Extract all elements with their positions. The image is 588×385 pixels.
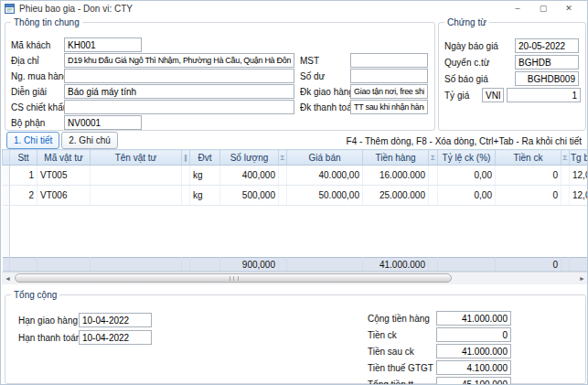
cell-tg-bao-hanh[interactable]: 12,00: [570, 166, 588, 186]
minimize-button[interactable]: –: [505, 1, 530, 16]
scroll-left-arrow-icon[interactable]: ◄: [2, 273, 14, 284]
ty-gia-input[interactable]: [507, 88, 581, 102]
bo-phan-input[interactable]: [64, 115, 142, 130]
han-giao-hang-input[interactable]: [79, 313, 152, 327]
window-title: Phieu bao gia - Don vi: CTY: [19, 4, 133, 14]
cs-chiet-khau-label: CS chiết khấu: [11, 102, 64, 112]
col-stt: Stt: [10, 150, 37, 166]
col-tien-ck: Tiền ck: [496, 150, 561, 166]
cell-tg-bao-hanh[interactable]: 12,00: [570, 186, 588, 206]
cell-ma-vat-tu[interactable]: VT005: [37, 166, 91, 186]
cell-ty-le-ck[interactable]: 0,00: [438, 186, 496, 206]
ma-khach-input[interactable]: [64, 37, 142, 52]
detail-tabs: 1. Chi tiết 2. Ghi chú: [6, 132, 118, 149]
general-info-legend: Thông tin chung: [11, 17, 82, 27]
total-tien-hang: 41.000.000: [363, 258, 429, 272]
cell-so-luong[interactable]: 400,000: [220, 166, 279, 186]
cell-tien-hang[interactable]: 16.000.000: [363, 166, 429, 186]
so-du-label: Số dư: [300, 71, 350, 81]
sigma-sum-icon: Σ: [279, 150, 287, 166]
cell-so-luong[interactable]: 500,000: [220, 186, 279, 206]
tab-chi-tiet[interactable]: 1. Chi tiết: [6, 132, 59, 149]
dien-giai-input[interactable]: [64, 84, 294, 99]
row-indicator[interactable]: [3, 166, 10, 186]
row-indicator-header: [3, 150, 10, 166]
han-thanh-toan-label: Hạn thanh toán: [18, 333, 79, 343]
tien-thue-gtgt-input[interactable]: [436, 360, 511, 375]
maximize-button[interactable]: ▢: [530, 1, 556, 16]
document-group: Chứng từ Ngày báo giá Quyển c.từ Số báo …: [438, 17, 586, 131]
ng-mua-hang-input[interactable]: [64, 69, 294, 83]
col-ten-vat-tu: Tên vật tư: [91, 150, 182, 166]
tien-ck-input[interactable]: [436, 327, 511, 342]
scrollbar-grip-icon: [230, 276, 239, 281]
cong-tien-hang-input[interactable]: [436, 311, 511, 326]
mst-input[interactable]: [350, 53, 428, 68]
so-bao-gia-input[interactable]: [515, 71, 579, 86]
grid-horizontal-scrollbar[interactable]: ◄ ►: [2, 272, 588, 284]
dia-chi-label: Địa chỉ: [11, 56, 64, 66]
grid-row-2: 2 VT006 kg 500,000 50.000,00 25.000.000 …: [3, 186, 588, 206]
cell-ma-vat-tu[interactable]: VT006: [37, 186, 91, 206]
cell-tien-hang[interactable]: 25.000.000: [363, 186, 429, 206]
tien-thue-gtgt-label: Tiền thuế GTGT: [368, 363, 436, 373]
han-giao-hang-label: Hạn giao hàng: [18, 315, 79, 326]
mst-label: MST: [300, 56, 350, 66]
col-tien-hang: Tiền hàng: [363, 150, 429, 166]
grid-totals-row: 900,000 41.000.000 0: [3, 258, 588, 272]
cong-tien-hang-label: Cộng tiền hàng: [368, 314, 436, 324]
grid-shortcut-hint: F4 - Thêm dòng, F8 - Xóa dòng, Ctrl+Tab …: [347, 136, 582, 146]
scrollbar-thumb[interactable]: [15, 273, 452, 283]
tien-sau-ck-label: Tiền sau ck: [368, 347, 436, 357]
title-bar: Phieu bao gia - Don vi: CTY – ▢ ✕: [1, 1, 587, 16]
cell-ty-le-ck[interactable]: 0,00: [438, 166, 496, 186]
scroll-right-arrow-icon[interactable]: ►: [576, 273, 588, 284]
general-info-group: Thông tin chung Mã khách Địa chỉ MST Ng.…: [5, 17, 435, 131]
tien-sau-ck-input[interactable]: [436, 344, 511, 358]
close-button[interactable]: ✕: [556, 1, 582, 16]
dk-giao-hang-input[interactable]: [350, 84, 428, 99]
detail-grid: Stt Mã vật tư Tên vật tư ∥ Đvt Số lượng …: [2, 149, 588, 272]
cs-chiet-khau-input[interactable]: [64, 100, 294, 114]
dk-giao-hang-label: Đk giao hàng: [300, 87, 350, 97]
row-indicator[interactable]: [3, 186, 10, 206]
quyen-ctu-input[interactable]: [515, 55, 579, 70]
grid-empty-area: [3, 206, 588, 258]
tab-ghi-chu[interactable]: 2. Ghi chú: [61, 132, 118, 149]
bo-phan-label: Bộ phận: [11, 118, 64, 128]
cell-stt[interactable]: 1: [10, 166, 37, 186]
cell-tien-ck[interactable]: 0: [496, 186, 561, 206]
currency-input[interactable]: [482, 88, 504, 102]
col-ma-vat-tu: Mã vật tư: [37, 150, 91, 166]
total-so-luong: 900,000: [220, 258, 279, 272]
col-dvt: Đvt: [190, 150, 220, 166]
col-tg-bao-hanh: Tg bảo hành: [570, 150, 588, 166]
cell-ten-vat-tu[interactable]: [91, 166, 182, 186]
so-du-input[interactable]: [350, 69, 428, 83]
cell-gia-ban[interactable]: 50.000,00: [287, 186, 363, 206]
ma-khach-label: Mã khách: [11, 40, 64, 50]
col-ty-le-ck: Tỷ lệ ck (%): [438, 150, 496, 166]
quotation-window: Phieu bao gia - Don vi: CTY – ▢ ✕ Thông …: [0, 0, 588, 385]
col-so-luong: Số lượng: [220, 150, 279, 166]
cell-stt[interactable]: 2: [10, 186, 37, 206]
cell-dvt[interactable]: kg: [190, 166, 220, 186]
col-gia-ban: Giá bán: [287, 150, 363, 166]
sigma-sum-icon: Σ: [429, 150, 438, 166]
dk-thanh-toan-input[interactable]: [350, 100, 428, 114]
cell-tien-ck[interactable]: 0: [496, 166, 561, 186]
dien-giai-label: Diễn giải: [11, 87, 64, 97]
ng-mua-hang-label: Ng. mua hàng: [11, 71, 64, 81]
ngay-bao-gia-input[interactable]: [515, 38, 579, 53]
grid-row-1: 1 VT005 kg 400,000 40.000,00 16.000.000 …: [3, 166, 588, 186]
han-thanh-toan-input[interactable]: [79, 330, 152, 345]
dia-chi-input[interactable]: [64, 53, 294, 68]
cell-ten-vat-tu[interactable]: [91, 186, 182, 206]
dk-thanh-toan-label: Đk thanh toán: [300, 102, 350, 112]
quyen-ctu-label: Quyển c.từ: [444, 58, 515, 68]
cell-dvt[interactable]: kg: [190, 186, 220, 206]
summary-group: Tổng cộng Hạn giao hàng Hạn thanh toán C…: [5, 290, 586, 384]
tong-tien-tt-input[interactable]: [436, 377, 511, 385]
cell-gia-ban[interactable]: 40.000,00: [287, 166, 363, 186]
document-legend: Chứng từ: [444, 17, 489, 27]
